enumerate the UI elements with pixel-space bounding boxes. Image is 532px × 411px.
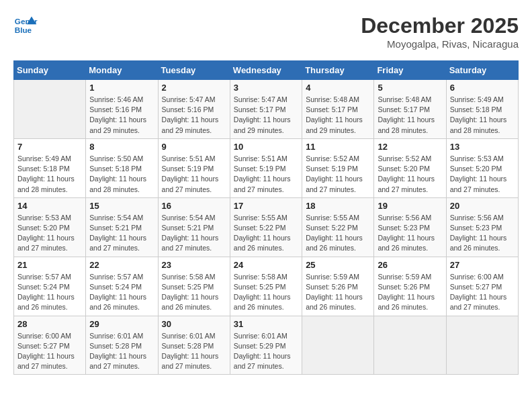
day-info: Sunrise: 6:01 AM Sunset: 5:28 PM Dayligh… [89,331,154,372]
day-info: Sunrise: 5:48 AM Sunset: 5:17 PM Dayligh… [378,95,442,136]
calendar-cell: 6Sunrise: 5:49 AM Sunset: 5:18 PM Daylig… [446,80,518,139]
day-number: 26 [378,260,442,270]
day-info: Sunrise: 5:58 AM Sunset: 5:25 PM Dayligh… [234,272,298,313]
calendar-cell [302,316,374,375]
day-info: Sunrise: 5:54 AM Sunset: 5:21 PM Dayligh… [89,213,154,254]
calendar-header-sunday: Sunday [14,61,86,80]
svg-text:Blue: Blue [15,26,32,34]
calendar-cell: 8Sunrise: 5:50 AM Sunset: 5:18 PM Daylig… [86,138,158,197]
calendar-header-row: SundayMondayTuesdayWednesdayThursdayFrid… [14,61,519,80]
calendar-cell: 16Sunrise: 5:54 AM Sunset: 5:21 PM Dayli… [158,197,230,257]
calendar-cell: 30Sunrise: 6:01 AM Sunset: 5:28 PM Dayli… [158,316,230,375]
calendar-cell [14,80,86,139]
calendar-cell: 25Sunrise: 5:59 AM Sunset: 5:26 PM Dayli… [302,257,374,316]
calendar-cell: 27Sunrise: 6:00 AM Sunset: 5:27 PM Dayli… [446,257,518,316]
calendar-week-row: 28Sunrise: 6:00 AM Sunset: 5:27 PM Dayli… [14,316,519,375]
day-number: 24 [234,260,298,270]
day-info: Sunrise: 6:00 AM Sunset: 5:27 PM Dayligh… [450,272,515,313]
day-number: 8 [89,142,154,152]
day-number: 23 [162,260,226,270]
calendar-cell: 4Sunrise: 5:48 AM Sunset: 5:17 PM Daylig… [302,80,374,139]
calendar-cell: 17Sunrise: 5:55 AM Sunset: 5:22 PM Dayli… [230,197,302,257]
calendar-header-saturday: Saturday [446,61,518,80]
calendar-cell: 24Sunrise: 5:58 AM Sunset: 5:25 PM Dayli… [230,257,302,316]
day-number: 28 [17,319,82,329]
header: General Blue December 2025 Moyogalpa, Ri… [13,13,519,50]
day-info: Sunrise: 5:55 AM Sunset: 5:22 PM Dayligh… [234,213,298,254]
calendar-cell [374,316,446,375]
day-info: Sunrise: 5:49 AM Sunset: 5:18 PM Dayligh… [450,95,515,136]
day-number: 13 [450,142,515,152]
month-year: December 2025 [361,13,519,38]
calendar-week-row: 21Sunrise: 5:57 AM Sunset: 5:24 PM Dayli… [14,257,519,316]
day-info: Sunrise: 5:54 AM Sunset: 5:21 PM Dayligh… [162,213,226,254]
day-info: Sunrise: 5:56 AM Sunset: 5:23 PM Dayligh… [450,213,515,254]
calendar-cell: 19Sunrise: 5:56 AM Sunset: 5:23 PM Dayli… [374,197,446,257]
day-info: Sunrise: 5:56 AM Sunset: 5:23 PM Dayligh… [378,213,442,254]
day-info: Sunrise: 5:50 AM Sunset: 5:18 PM Dayligh… [89,154,154,195]
calendar-header-wednesday: Wednesday [230,61,302,80]
calendar-cell: 1Sunrise: 5:46 AM Sunset: 5:16 PM Daylig… [86,80,158,139]
calendar-cell: 26Sunrise: 5:59 AM Sunset: 5:26 PM Dayli… [374,257,446,316]
day-number: 18 [306,201,370,211]
calendar-cell: 7Sunrise: 5:49 AM Sunset: 5:18 PM Daylig… [14,138,86,197]
day-info: Sunrise: 5:52 AM Sunset: 5:19 PM Dayligh… [306,154,370,195]
calendar-header-tuesday: Tuesday [158,61,230,80]
day-number: 9 [162,142,226,152]
calendar-week-row: 14Sunrise: 5:53 AM Sunset: 5:20 PM Dayli… [14,197,519,257]
day-number: 2 [162,83,226,93]
calendar-header-friday: Friday [374,61,446,80]
day-number: 3 [234,83,298,93]
day-info: Sunrise: 5:52 AM Sunset: 5:20 PM Dayligh… [378,154,442,195]
day-number: 11 [306,142,370,152]
calendar-cell: 21Sunrise: 5:57 AM Sunset: 5:24 PM Dayli… [14,257,86,316]
calendar-cell: 14Sunrise: 5:53 AM Sunset: 5:20 PM Dayli… [14,197,86,257]
day-info: Sunrise: 5:53 AM Sunset: 5:20 PM Dayligh… [17,213,82,254]
logo: General Blue [13,13,38,38]
day-info: Sunrise: 5:51 AM Sunset: 5:19 PM Dayligh… [162,154,226,195]
calendar-body: 1Sunrise: 5:46 AM Sunset: 5:16 PM Daylig… [14,80,519,375]
day-number: 21 [17,260,82,270]
calendar-cell: 23Sunrise: 5:58 AM Sunset: 5:25 PM Dayli… [158,257,230,316]
day-number: 16 [162,201,226,211]
day-info: Sunrise: 5:53 AM Sunset: 5:20 PM Dayligh… [450,154,515,195]
day-number: 25 [306,260,370,270]
day-number: 22 [89,260,154,270]
calendar-cell: 31Sunrise: 6:01 AM Sunset: 5:29 PM Dayli… [230,316,302,375]
day-info: Sunrise: 5:46 AM Sunset: 5:16 PM Dayligh… [89,95,154,136]
day-number: 27 [450,260,515,270]
calendar-week-row: 7Sunrise: 5:49 AM Sunset: 5:18 PM Daylig… [14,138,519,197]
day-info: Sunrise: 5:59 AM Sunset: 5:26 PM Dayligh… [306,272,370,313]
calendar-header-thursday: Thursday [302,61,374,80]
logo-icon: General Blue [13,13,38,38]
location: Moyogalpa, Rivas, Nicaragua [361,38,519,50]
day-number: 1 [89,83,154,93]
day-info: Sunrise: 6:01 AM Sunset: 5:28 PM Dayligh… [162,331,226,372]
calendar-cell: 3Sunrise: 5:47 AM Sunset: 5:17 PM Daylig… [230,80,302,139]
day-number: 7 [17,142,82,152]
calendar-cell: 10Sunrise: 5:51 AM Sunset: 5:19 PM Dayli… [230,138,302,197]
day-number: 20 [450,201,515,211]
title-area: December 2025 Moyogalpa, Rivas, Nicaragu… [361,13,519,50]
day-info: Sunrise: 5:47 AM Sunset: 5:17 PM Dayligh… [234,95,298,136]
calendar-cell: 22Sunrise: 5:57 AM Sunset: 5:24 PM Dayli… [86,257,158,316]
day-info: Sunrise: 5:55 AM Sunset: 5:22 PM Dayligh… [306,213,370,254]
calendar-cell [446,316,518,375]
day-number: 30 [162,319,226,329]
calendar-week-row: 1Sunrise: 5:46 AM Sunset: 5:16 PM Daylig… [14,80,519,139]
day-number: 4 [306,83,370,93]
day-number: 5 [378,83,442,93]
calendar-cell: 29Sunrise: 6:01 AM Sunset: 5:28 PM Dayli… [86,316,158,375]
day-info: Sunrise: 5:59 AM Sunset: 5:26 PM Dayligh… [378,272,442,313]
day-number: 10 [234,142,298,152]
day-number: 14 [17,201,82,211]
calendar-cell: 13Sunrise: 5:53 AM Sunset: 5:20 PM Dayli… [446,138,518,197]
day-info: Sunrise: 5:51 AM Sunset: 5:19 PM Dayligh… [234,154,298,195]
day-number: 6 [450,83,515,93]
day-info: Sunrise: 5:48 AM Sunset: 5:17 PM Dayligh… [306,95,370,136]
calendar-table: SundayMondayTuesdayWednesdayThursdayFrid… [13,60,519,375]
day-info: Sunrise: 6:00 AM Sunset: 5:27 PM Dayligh… [17,331,82,372]
day-info: Sunrise: 5:47 AM Sunset: 5:16 PM Dayligh… [162,95,226,136]
day-info: Sunrise: 5:49 AM Sunset: 5:18 PM Dayligh… [17,154,82,195]
day-info: Sunrise: 5:57 AM Sunset: 5:24 PM Dayligh… [17,272,82,313]
